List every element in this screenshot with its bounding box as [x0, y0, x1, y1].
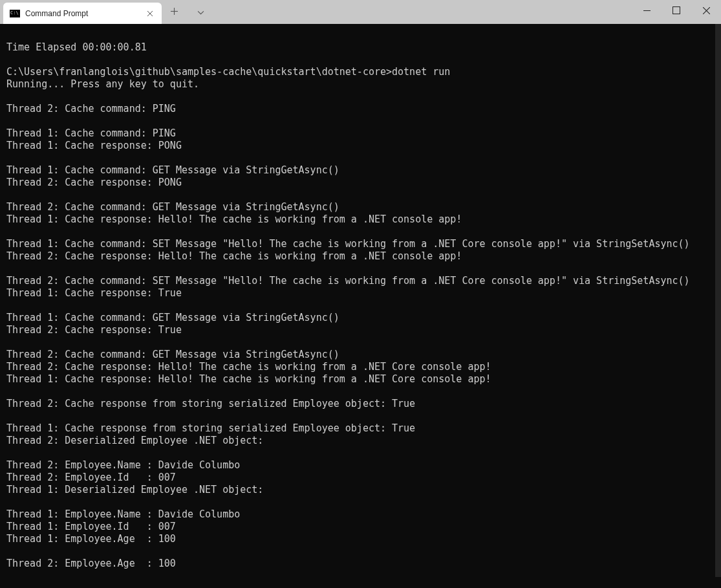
close-window-button[interactable]	[691, 0, 721, 21]
cmd-icon	[10, 10, 20, 17]
terminal-text: Time Elapsed 00:00:00.81 C:\Users\franla…	[6, 41, 690, 569]
new-tab-button[interactable]	[167, 5, 182, 18]
tab-command-prompt[interactable]: Command Prompt	[3, 3, 162, 24]
close-tab-button[interactable]	[145, 8, 155, 19]
titlebar: Command Prompt	[0, 0, 721, 24]
tab-actions	[167, 5, 208, 18]
tab-dropdown-button[interactable]	[193, 5, 208, 18]
plus-icon	[171, 8, 178, 15]
terminal-output[interactable]: Time Elapsed 00:00:00.81 C:\Users\franla…	[0, 24, 721, 588]
tab-title: Command Prompt	[25, 9, 140, 18]
close-icon	[147, 10, 153, 17]
minimize-button[interactable]	[632, 0, 662, 21]
maximize-button[interactable]	[662, 0, 691, 21]
window-controls	[632, 0, 721, 21]
chevron-down-icon	[197, 10, 204, 15]
scrollbar[interactable]	[715, 24, 721, 577]
close-icon	[703, 7, 710, 14]
